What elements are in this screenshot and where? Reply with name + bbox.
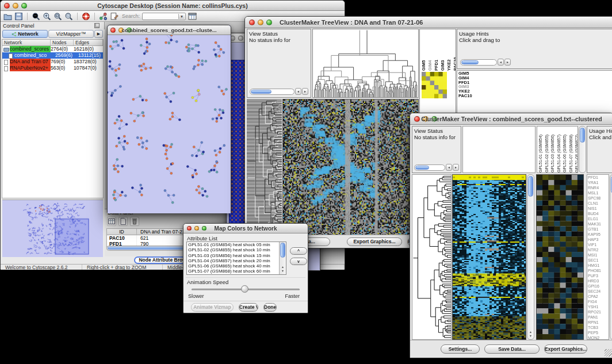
open-session-icon[interactable] xyxy=(3,12,12,21)
gene-label[interactable]: PEP5 xyxy=(588,330,609,335)
gene-label[interactable]: PFD1 xyxy=(588,175,609,180)
column-label[interactable]: GPL51-06 (GSM865) xyxy=(562,127,568,173)
dialog-button[interactable]: Animate Vizmap xyxy=(191,303,234,312)
gene-label[interactable]: BUD4 xyxy=(588,211,609,216)
gene-label[interactable]: RPN1 xyxy=(588,320,609,325)
zoom-window-button[interactable] xyxy=(266,20,272,25)
row-dendrogram[interactable] xyxy=(247,99,282,235)
dialog-button[interactable]: Create Vizmap xyxy=(239,303,258,312)
gene-label[interactable]: PUF3 xyxy=(588,273,609,278)
treeview-button[interactable]: Settings... xyxy=(441,344,480,354)
gene-label[interactable]: GTB1 xyxy=(588,227,609,232)
scrollbar-thumb[interactable] xyxy=(580,128,585,143)
network-row[interactable]: DNA and Tran 07 769(0) 183728(0) xyxy=(2,59,103,65)
scroll-down-arrow[interactable]: ▾ xyxy=(527,334,534,338)
search-combobox[interactable]: ▼ xyxy=(142,13,186,20)
network-row[interactable]: combined_sco 2569(6) 13112(15) xyxy=(2,52,103,59)
scroll-right-button[interactable]: ▸ xyxy=(302,88,308,95)
vizmapper-icon[interactable] xyxy=(99,12,108,21)
column-label[interactable]: YKE2 xyxy=(446,29,452,71)
gene-list-vscrollbar[interactable] xyxy=(610,174,612,340)
search-dropdown-arrow[interactable]: ▼ xyxy=(178,14,185,19)
heatmap-vscrollbar[interactable]: ▴ ▾ xyxy=(527,174,534,340)
status-hscrollbar[interactable]: ◂ ▸ xyxy=(414,164,459,171)
attribute-item[interactable]: GPL51-03 (GSM856) heat shock 15 min xyxy=(187,253,286,258)
gene-label[interactable]: TCB3 xyxy=(588,325,609,330)
tab-vizmapper[interactable]: VizMapper™ xyxy=(48,30,94,38)
zoom-selected-icon[interactable] xyxy=(64,12,73,21)
column-label[interactable]: GPL51-04 (GSM857) xyxy=(556,127,562,173)
column-label[interactable]: GPL51-01 (GSM854) xyxy=(538,127,544,173)
gene-label[interactable]: VIP1 xyxy=(588,242,609,247)
column-dendrogram-area[interactable] xyxy=(462,126,536,173)
gene-label[interactable]: YSH1 xyxy=(588,304,609,309)
column-label[interactable]: GIM4 xyxy=(427,29,433,71)
zoom-heatmap[interactable] xyxy=(536,174,584,340)
row-dendrogram[interactable] xyxy=(412,174,452,340)
gene-label[interactable]: NIS1 xyxy=(588,206,609,211)
move-down-button[interactable]: v xyxy=(290,258,307,265)
move-up-button[interactable]: ^ xyxy=(290,247,307,255)
gene-label[interactable]: CPA2 xyxy=(588,294,609,299)
treeview-button[interactable]: Export Graphics... xyxy=(544,344,587,354)
treeview-button[interactable]: Save Data... xyxy=(484,344,540,354)
minimize-button[interactable] xyxy=(238,36,243,41)
column-label[interactable]: GPL51-07 (GSM868) xyxy=(568,127,574,173)
gene-label[interactable]: MAK31 xyxy=(588,221,609,227)
network-view-titlebar[interactable]: combined_scores_good.txt--cluste... xyxy=(108,25,231,35)
gene-label[interactable]: NTR2 xyxy=(588,247,609,252)
annotation-icon[interactable] xyxy=(110,12,118,21)
column-header-edges[interactable]: Edges xyxy=(74,40,103,45)
network-overview-thumbnail[interactable] xyxy=(2,200,103,257)
gene-label[interactable]: KAP95 xyxy=(588,232,609,237)
attribute-item[interactable]: GPL51-02 (GSM855) heat shock 10 min xyxy=(187,247,286,252)
scroll-up-arrow[interactable]: ▴ xyxy=(527,330,534,334)
gene-label[interactable]: MON2 xyxy=(588,335,609,340)
usage-hscrollbar[interactable]: ◂ ▸ xyxy=(460,59,511,66)
scroll-up-arrow[interactable]: ▴ xyxy=(280,265,286,269)
row-label[interactable]: GIM5 xyxy=(458,71,612,76)
save-session-icon[interactable] xyxy=(14,12,23,21)
dialog-button[interactable]: Done xyxy=(263,303,277,312)
column-label[interactable]: GIM3 xyxy=(440,29,445,71)
scrollbar-thumb[interactable] xyxy=(280,243,285,258)
float-panel-icon[interactable] xyxy=(94,23,100,28)
gene-label[interactable]: MSL1 xyxy=(588,190,609,196)
row-label[interactable]: GIM4 xyxy=(458,76,612,81)
column-label[interactable]: PFD1 xyxy=(434,29,439,71)
gene-label[interactable]: MSI1 xyxy=(588,252,609,258)
column-label[interactable]: GPL51-02 (GSM855) xyxy=(544,127,550,173)
gene-label[interactable]: SEC24 xyxy=(588,289,609,294)
attribute-table-icon[interactable] xyxy=(188,12,197,21)
gene-label[interactable]: RNR4 xyxy=(588,185,609,190)
scroll-left-button[interactable]: ◂ xyxy=(498,59,504,66)
treeview-button[interactable]: Export Graphics... xyxy=(347,237,402,246)
gene-label[interactable]: SPC98 xyxy=(588,196,609,201)
scroll-down-arrow[interactable]: ▾ xyxy=(280,269,286,273)
scrollbar-thumb[interactable] xyxy=(415,166,429,170)
attribute-item[interactable]: GPL51-06 (GSM865) heat shock 40 min xyxy=(187,263,286,269)
scrollbar-thumb[interactable] xyxy=(528,176,533,197)
scroll-right-button[interactable]: ▸ xyxy=(504,59,511,66)
column-label[interactable]: GPL51-08 (GSM872) xyxy=(574,127,578,173)
column-label[interactable]: GPL51-03 (GSM856) xyxy=(550,127,556,173)
scrollbar-thumb[interactable] xyxy=(251,90,271,94)
tab-network[interactable]: Network xyxy=(2,30,48,38)
list-vscrollbar[interactable]: ▴ ▾ xyxy=(279,242,286,274)
dialog-titlebar[interactable]: Map Colors to Network xyxy=(183,224,308,233)
column-labels-vscrollbar[interactable] xyxy=(579,126,586,173)
column-header-id[interactable]: ID xyxy=(107,229,137,235)
attribute-item[interactable]: GPL51-04 (GSM857) heat shock 20 min xyxy=(187,258,286,263)
attribute-item[interactable]: GPL51-01 (GSM854) heat shock 05 min xyxy=(187,242,286,247)
column-header-network[interactable]: Network xyxy=(2,40,51,45)
global-heatmap[interactable] xyxy=(452,174,526,340)
help-lifebuoy-icon[interactable] xyxy=(82,12,90,21)
row-label[interactable]: GIM3 xyxy=(458,85,612,89)
select-attributes-icon[interactable] xyxy=(107,217,116,226)
close-button[interactable] xyxy=(249,20,255,25)
gene-label[interactable]: HMG1 xyxy=(588,263,609,268)
treeview1-titlebar[interactable]: ClusterMaker TreeView : DNA and Tran 07-… xyxy=(245,17,612,28)
treeview2-titlebar[interactable]: ClusterMaker TreeView : combined_scores_… xyxy=(410,113,612,125)
network-graph-canvas[interactable] xyxy=(108,35,231,213)
gene-label[interactable]: FIG4 xyxy=(588,299,609,304)
